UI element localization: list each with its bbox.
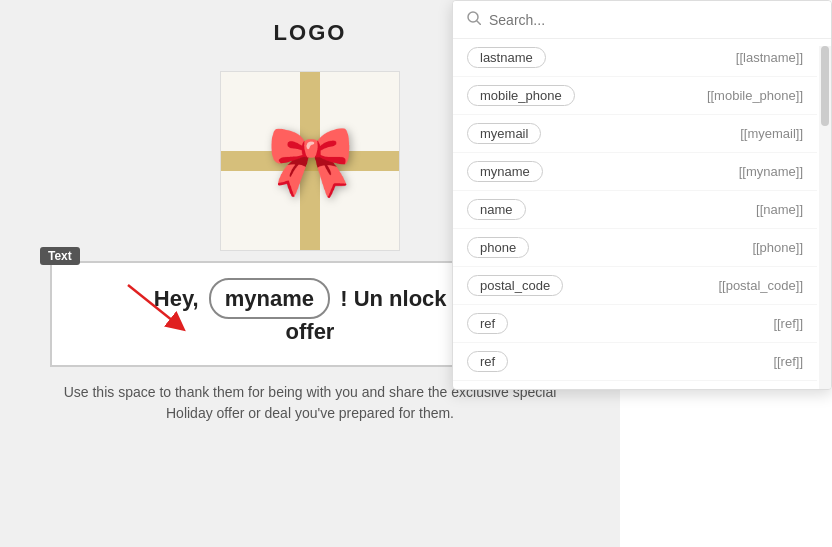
tag-pill: myemail [467, 123, 541, 144]
text-label: Text [40, 247, 80, 265]
tag-pill: lastname [467, 47, 546, 68]
list-item[interactable]: lastname [[lastname]] [453, 39, 817, 77]
scrollbar[interactable] [819, 46, 831, 389]
tag-value: [[ref]] [773, 316, 803, 331]
list-item[interactable]: name [[name]] [453, 191, 817, 229]
tag-value: [[myname]] [739, 164, 803, 179]
items-list: lastname [[lastname]] mobile_phone [[mob… [453, 39, 831, 382]
arrow-1-icon [118, 275, 198, 335]
scrollbar-thumb[interactable] [821, 46, 829, 126]
tag-value: [[postal_code]] [718, 278, 803, 293]
hey-suffix: ! Un [340, 286, 383, 311]
tag-pill: phone [467, 237, 529, 258]
list-item[interactable]: mobile_phone [[mobile_phone]] [453, 77, 817, 115]
tag-value: [[myemail]] [740, 126, 803, 141]
bow-icon: 🎀 [267, 126, 354, 196]
gift-box: 🎀 [220, 71, 400, 251]
search-input[interactable] [489, 12, 817, 28]
tag-value: [[ref]] [773, 354, 803, 369]
tag-pill: ref [467, 351, 508, 372]
tag-value: [[mobile_phone]] [707, 88, 803, 103]
list-item[interactable]: ref [[ref]] [453, 305, 817, 343]
list-item[interactable]: myemail [[myemail]] [453, 115, 817, 153]
list-item[interactable]: postal_code [[postal_code]] [453, 267, 817, 305]
search-icon [467, 11, 481, 28]
list-item[interactable]: phone [[phone]] [453, 229, 817, 267]
tag-pill: mobile_phone [467, 85, 575, 106]
myname-pill: myname [209, 278, 330, 319]
dropdown-panel[interactable]: lastname [[lastname]] mobile_phone [[mob… [452, 0, 832, 390]
main-canvas: LOGO 🎀 Text Hey, myname ! Un [0, 0, 832, 547]
list-item[interactable]: myname [[myname]] [453, 153, 817, 191]
tag-value: [[lastname]] [736, 50, 803, 65]
tag-value: [[phone]] [752, 240, 803, 255]
svg-line-3 [477, 21, 481, 25]
svg-line-0 [128, 285, 178, 325]
tag-pill: postal_code [467, 275, 563, 296]
search-bar [453, 1, 831, 39]
tag-pill: ref [467, 313, 508, 334]
hey-more: nlock [389, 286, 453, 311]
tag-value: [[name]] [756, 202, 803, 217]
list-item[interactable]: ref [[ref]] [453, 343, 817, 381]
tag-pill: myname [467, 161, 543, 182]
tag-pill: name [467, 199, 526, 220]
